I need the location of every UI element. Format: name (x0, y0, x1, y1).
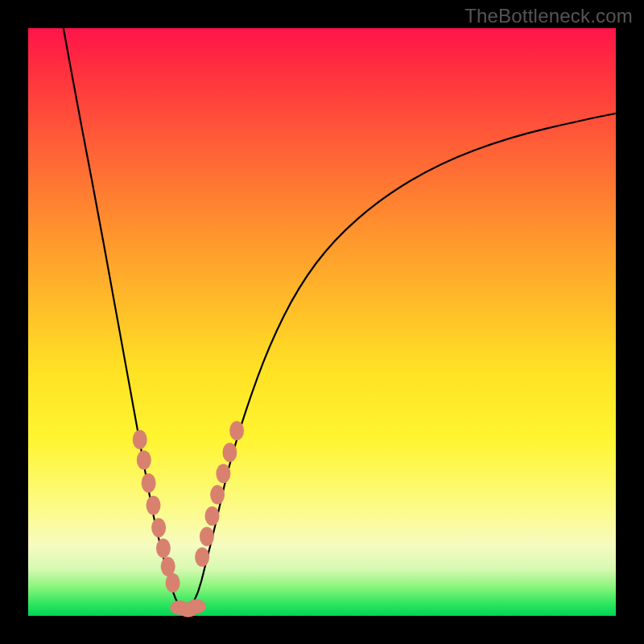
bead (147, 496, 161, 515)
bead (195, 547, 209, 567)
curve-layer (28, 28, 616, 616)
watermark-text: TheBottleneck.com (464, 5, 633, 27)
beads-left (133, 430, 180, 592)
bead (210, 485, 225, 505)
bead (133, 430, 147, 449)
bead (137, 451, 151, 470)
bead (156, 539, 171, 558)
beads-bottom (170, 599, 206, 617)
bead (161, 557, 175, 576)
bead (205, 506, 220, 526)
bead (142, 473, 156, 493)
plot-area (28, 28, 616, 616)
curve-left (64, 28, 187, 616)
bead (187, 599, 206, 613)
bead (151, 518, 166, 538)
chart-container: TheBottleneck.com (0, 0, 644, 644)
bead (222, 443, 237, 462)
bead (229, 421, 244, 440)
curve-right (187, 114, 616, 616)
bead (166, 573, 180, 592)
bead (216, 464, 230, 483)
bead (200, 527, 214, 547)
